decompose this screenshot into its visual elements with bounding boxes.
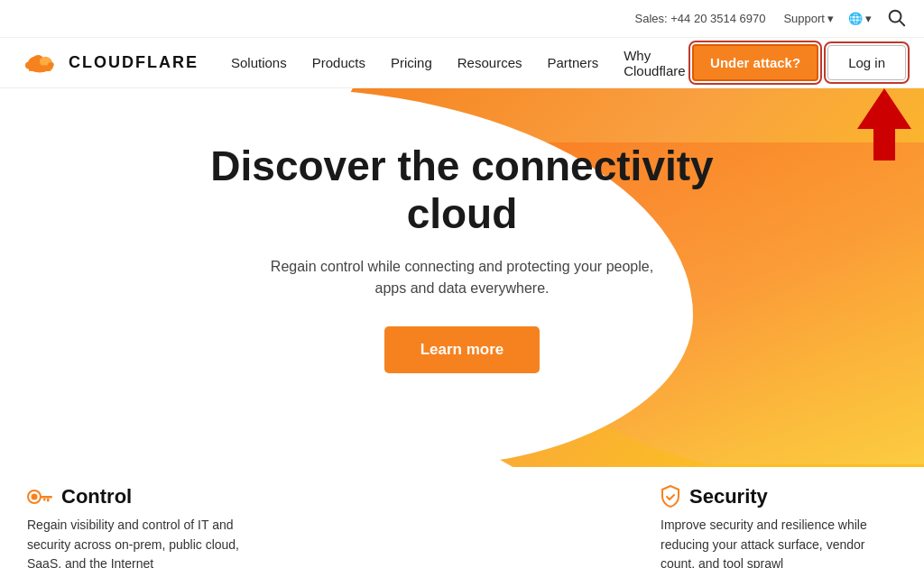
under-attack-button[interactable]: Under attack? [692,44,818,81]
svg-rect-12 [47,499,50,502]
feature-security-header: Security [661,485,897,508]
feature-control: Control Regain visibility and control of… [27,485,263,568]
hero-section: Discover the connectivity cloud Regain c… [0,88,924,467]
nav-solutions[interactable]: Solutions [231,55,287,70]
nav-pricing[interactable]: Pricing [391,55,432,70]
svg-line-1 [900,21,904,25]
svg-point-7 [48,62,53,68]
security-title: Security [689,485,768,508]
svg-rect-11 [40,496,52,499]
control-description: Regain visibility and control of IT and … [27,516,263,568]
nav-resources[interactable]: Resources [457,55,522,70]
navbar: CLOUDFLARE Solutions Products Pricing Re… [0,38,924,88]
control-title: Control [61,485,132,508]
hero-title: Discover the connectivity cloud [191,142,733,238]
cloudflare-logo-icon [18,49,61,78]
svg-rect-13 [43,499,46,501]
support-menu[interactable]: Support ▾ [783,12,834,25]
svg-point-10 [32,494,38,500]
annotation-arrow [857,88,911,160]
globe-chevron-icon: ▾ [865,12,872,25]
control-icon [27,488,52,506]
search-button[interactable] [886,7,906,30]
support-chevron-icon: ▾ [827,12,834,25]
nav-links: Solutions Products Pricing Resources Par… [231,48,692,78]
feature-security: Security Improve security and resilience… [661,485,897,568]
logo-text: CLOUDFLARE [69,53,199,72]
top-bar: Sales: +44 20 3514 6970 Support ▾ 🌐 ▾ [0,0,924,38]
nav-partners[interactable]: Partners [547,55,598,70]
security-description: Improve security and resilience while re… [661,516,897,568]
hero-content: Discover the connectivity cloud Regain c… [0,88,924,373]
login-button[interactable]: Log in [827,45,906,80]
nav-actions: Under attack? Log in [692,44,906,81]
nav-why-cloudflare[interactable]: Why Cloudflare [624,48,692,78]
feature-control-header: Control [27,485,263,508]
svg-point-6 [25,61,32,69]
nav-products[interactable]: Products [312,55,365,70]
logo[interactable]: CLOUDFLARE [18,49,199,78]
sales-info: Sales: +44 20 3514 6970 [635,12,766,25]
features-section: Control Regain visibility and control of… [0,467,924,568]
globe-icon: 🌐 [848,12,863,25]
support-label: Support [783,12,825,25]
security-icon [661,485,680,508]
language-selector[interactable]: 🌐 ▾ [848,12,872,25]
learn-more-button[interactable]: Learn more [384,326,541,373]
hero-subtitle: Regain control while connecting and prot… [263,256,661,299]
svg-marker-8 [857,88,911,160]
